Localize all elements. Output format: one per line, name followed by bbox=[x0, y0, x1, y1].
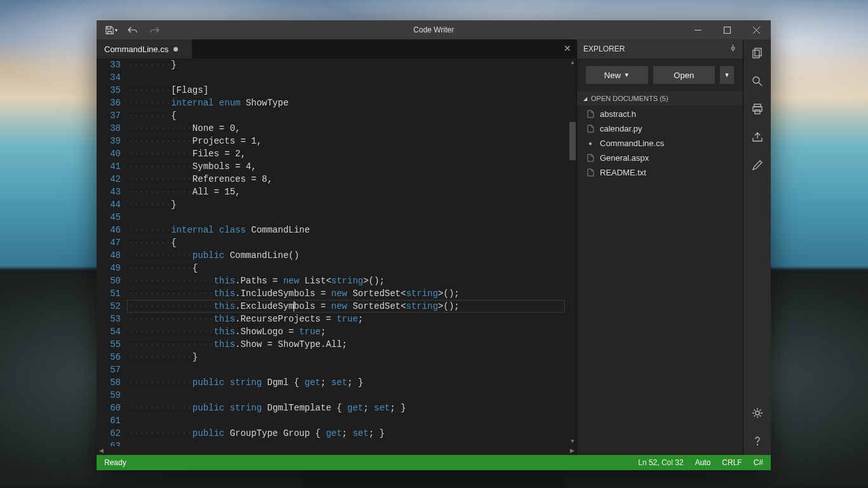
code-line[interactable]: ········internal enum ShowType bbox=[127, 97, 569, 109]
save-button[interactable]: ▾ bbox=[100, 21, 122, 39]
code-line[interactable]: ············public GroupType Group { get… bbox=[127, 427, 569, 440]
line-number: 40 bbox=[97, 147, 121, 160]
file-item[interactable]: General.aspx bbox=[577, 151, 743, 165]
code-line[interactable]: ········internal class CommandLine bbox=[127, 224, 569, 236]
explorer-title: EXPLORER bbox=[583, 44, 625, 53]
file-name: abstract.h bbox=[600, 109, 636, 119]
code-line[interactable] bbox=[127, 363, 569, 376]
open-button[interactable]: Open bbox=[653, 66, 715, 84]
titlebar: ▾ Code Writer bbox=[97, 20, 771, 39]
line-number: 53 bbox=[97, 313, 121, 325]
code-line[interactable]: ········[Flags] bbox=[127, 84, 569, 97]
code-line[interactable]: ················this.Paths = new List<st… bbox=[127, 274, 569, 287]
wrap-mode[interactable]: Auto bbox=[695, 458, 711, 467]
code-line[interactable]: ················this.RecurseProjects = t… bbox=[127, 313, 569, 325]
open-documents-header[interactable]: ◢ OPEN DOCUMENTS (5) bbox=[577, 92, 743, 105]
line-number: 38 bbox=[97, 122, 121, 135]
svg-point-3 bbox=[753, 77, 759, 83]
code-editor[interactable]: 3334353637383940414243444546474849505152… bbox=[97, 58, 576, 446]
maximize-button[interactable] bbox=[712, 20, 742, 39]
code-line[interactable] bbox=[127, 440, 569, 446]
minimize-button[interactable] bbox=[683, 20, 712, 39]
search-icon[interactable] bbox=[743, 67, 771, 95]
settings-icon[interactable] bbox=[743, 399, 771, 427]
code-line[interactable]: ············None = 0, bbox=[127, 122, 569, 135]
line-number: 48 bbox=[97, 249, 121, 262]
file-list: abstract.hcalendar.pyCommandLine.csGener… bbox=[577, 105, 743, 181]
line-number-gutter: 3334353637383940414243444546474849505152… bbox=[97, 58, 127, 446]
help-icon[interactable] bbox=[743, 427, 771, 455]
line-number: 62 bbox=[97, 427, 121, 440]
cursor-position[interactable]: Ln 52, Col 32 bbox=[638, 458, 683, 467]
code-line[interactable]: ············{ bbox=[127, 262, 569, 274]
line-number: 34 bbox=[97, 71, 121, 84]
dirty-indicator-icon bbox=[173, 47, 178, 51]
editor-pane: CommandLine.cs ✕ 33343536373839404142434… bbox=[97, 39, 576, 455]
file-item[interactable]: README.txt bbox=[577, 165, 743, 180]
code-line[interactable] bbox=[127, 211, 569, 224]
line-number: 35 bbox=[97, 84, 121, 97]
line-number: 47 bbox=[97, 236, 121, 249]
code-line[interactable]: ············All = 15, bbox=[127, 186, 569, 198]
pin-icon[interactable] bbox=[729, 44, 736, 53]
code-line[interactable] bbox=[127, 71, 569, 84]
file-name: CommandLine.cs bbox=[600, 139, 664, 148]
code-line[interactable]: ········} bbox=[127, 198, 569, 211]
line-number: 43 bbox=[97, 186, 121, 198]
code-line[interactable]: ············Files = 2, bbox=[127, 147, 569, 160]
undo-button[interactable] bbox=[122, 21, 144, 39]
tab-commandline[interactable]: CommandLine.cs bbox=[97, 39, 192, 58]
code-line[interactable]: ················this.Show = ShowType.All… bbox=[127, 338, 569, 351]
code-line[interactable]: ················this.ExcludeSymbols = ne… bbox=[127, 300, 569, 313]
code-line[interactable]: ············Projects = 1, bbox=[127, 135, 569, 147]
file-item[interactable]: calendar.py bbox=[577, 121, 743, 136]
code-line[interactable] bbox=[127, 389, 569, 402]
open-dropdown-button[interactable]: ▼ bbox=[720, 66, 734, 84]
new-button[interactable]: New▼ bbox=[586, 66, 648, 84]
close-button[interactable] bbox=[742, 20, 771, 39]
language-mode[interactable]: C# bbox=[754, 458, 763, 467]
svg-rect-1 bbox=[753, 50, 759, 58]
code-line[interactable]: ················this.ShowLogo = true; bbox=[127, 325, 569, 338]
redo-button[interactable] bbox=[144, 21, 165, 39]
line-number: 37 bbox=[97, 109, 121, 122]
file-icon bbox=[586, 154, 595, 162]
tab-bar: CommandLine.cs ✕ bbox=[97, 39, 576, 58]
code-line[interactable]: ············public CommandLine() bbox=[127, 249, 569, 262]
code-line[interactable]: ············} bbox=[127, 351, 569, 363]
code-content[interactable]: ········}········[Flags]········internal… bbox=[127, 58, 569, 446]
edit-icon[interactable] bbox=[743, 151, 771, 179]
side-toolbar bbox=[743, 39, 771, 455]
status-bar: Ready Ln 52, Col 32 Auto CRLF C# bbox=[97, 455, 771, 470]
print-icon[interactable] bbox=[743, 95, 771, 123]
line-number: 36 bbox=[97, 97, 121, 109]
code-line[interactable]: ············Symbols = 4, bbox=[127, 160, 569, 173]
file-item[interactable]: CommandLine.cs bbox=[577, 136, 743, 151]
svg-rect-5 bbox=[753, 107, 762, 111]
close-tab-button[interactable]: ✕ bbox=[564, 43, 571, 53]
code-line[interactable]: ················this.IncludeSymbols = ne… bbox=[127, 287, 569, 300]
code-line[interactable] bbox=[127, 414, 569, 427]
horizontal-scrollbar[interactable]: ◀ ▶ bbox=[97, 446, 576, 455]
eol-mode[interactable]: CRLF bbox=[722, 458, 742, 467]
open-documents-label: OPEN DOCUMENTS (5) bbox=[591, 95, 668, 102]
code-line[interactable]: ············public string DgmlTemplate {… bbox=[127, 402, 569, 414]
documents-icon[interactable] bbox=[743, 39, 771, 67]
share-icon[interactable] bbox=[743, 123, 771, 151]
code-line[interactable]: ········{ bbox=[127, 236, 569, 249]
explorer-panel: EXPLORER New▼ Open ▼ ◢ OPEN DOCUMENTS (5… bbox=[576, 39, 743, 455]
code-line[interactable]: ············public string Dgml { get; se… bbox=[127, 376, 569, 389]
line-number: 45 bbox=[97, 211, 121, 224]
line-number: 41 bbox=[97, 160, 121, 173]
line-number: 50 bbox=[97, 274, 121, 287]
line-number: 52 bbox=[97, 300, 121, 313]
code-line[interactable]: ············References = 8, bbox=[127, 173, 569, 186]
line-number: 51 bbox=[97, 287, 121, 300]
code-line[interactable]: ········} bbox=[127, 58, 569, 71]
vertical-scrollbar[interactable]: ▲ ▼ bbox=[569, 58, 576, 446]
file-name: calendar.py bbox=[600, 124, 642, 133]
code-line[interactable]: ········{ bbox=[127, 109, 569, 122]
file-item[interactable]: abstract.h bbox=[577, 107, 743, 121]
line-number: 49 bbox=[97, 262, 121, 274]
line-number: 44 bbox=[97, 198, 121, 211]
